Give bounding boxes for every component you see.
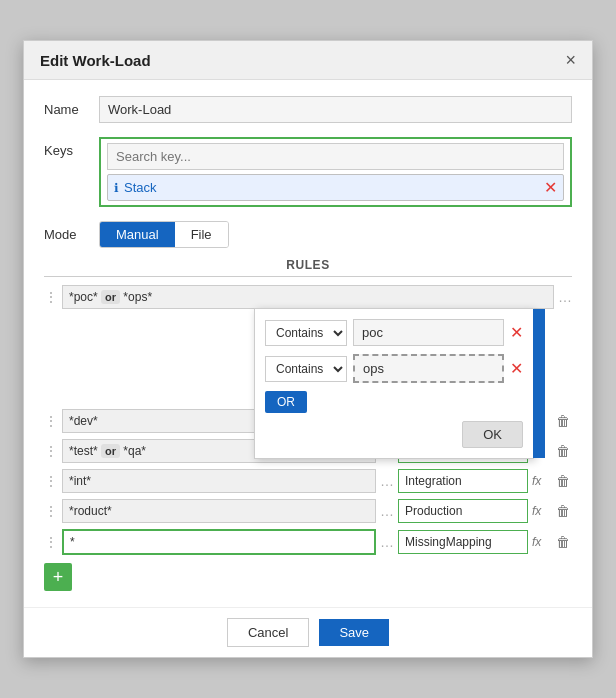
pattern-text2: *ops* [120,290,152,304]
rule-mapping-5: Production [398,499,528,523]
modal-header: Edit Work-Load × [24,41,592,80]
rule-row: ⋮ *poc* or *ops* … [44,285,572,309]
add-row: + [44,563,572,591]
modal-title: Edit Work-Load [40,52,151,69]
pattern-display-5[interactable]: *roduct* [62,499,376,523]
or-button[interactable]: OR [265,391,307,413]
rule-mapping-6 [398,530,528,554]
mapping-input-4[interactable] [398,469,528,493]
or-tag: or [101,290,120,304]
fx-icon-4[interactable]: fx [532,474,550,488]
filter-input-1[interactable] [353,319,504,346]
ok-button[interactable]: OK [462,421,523,448]
drag-handle-icon-4[interactable]: ⋮ [44,473,58,489]
filter-input-2[interactable] [353,354,504,383]
mode-label: Mode [44,227,99,242]
name-row: Name [44,96,572,123]
pattern-input-6[interactable] [62,529,376,555]
drag-handle-icon-5[interactable]: ⋮ [44,503,58,519]
filter-popup: Contains ✕ Contains ✕ OR OK [254,308,534,459]
stack-tag: ℹ Stack ✕ [107,174,564,201]
rule-more-icon-5[interactable]: … [380,503,394,519]
filter-remove-1[interactable]: ✕ [510,323,523,342]
keys-search-input[interactable] [107,143,564,170]
filter-row-2: Contains ✕ [265,354,523,383]
or-tag-3: or [101,444,120,458]
fx-icon-6[interactable]: fx [532,535,550,549]
blue-bar [533,309,545,458]
keys-label: Keys [44,137,99,158]
filter-remove-2[interactable]: ✕ [510,359,523,378]
rule-row-4: ⋮ *int* … fx 🗑 [44,469,572,493]
ok-row: OK [265,421,523,448]
name-label: Name [44,96,99,117]
pattern-display[interactable]: *poc* or *ops* [62,285,554,309]
pattern-text: *poc* [69,290,101,304]
rule-mapping-4 [398,469,528,493]
fx-icon-5[interactable]: fx [532,504,550,518]
modal-footer: Cancel Save [24,607,592,657]
tab-manual[interactable]: Manual [100,222,175,247]
rule-more-icon[interactable]: … [558,289,572,305]
rule-more-icon-4[interactable]: … [380,473,394,489]
modal-body: Name Keys ℹ Stack ✕ Mode Manual File [24,80,592,607]
rule-pattern-1: *poc* or *ops* [62,285,554,309]
pattern-text-3: *test* [69,444,101,458]
mapping-input-6[interactable] [398,530,528,554]
tag-remove-button[interactable]: ✕ [544,178,557,197]
edit-workload-modal: Edit Work-Load × Name Keys ℹ Stack ✕ M [23,40,593,658]
name-input[interactable] [99,96,572,123]
rule-pattern-6 [62,529,376,555]
rule-row-6: ⋮ … fx 🗑 [44,529,572,555]
keys-box: ℹ Stack ✕ [99,137,572,207]
filter-select-1[interactable]: Contains [265,320,347,346]
close-button[interactable]: × [565,51,576,69]
delete-rule-3[interactable]: 🗑 [554,443,572,459]
tag-label: Stack [124,180,538,195]
delete-rule-2[interactable]: 🗑 [554,413,572,429]
add-rule-button[interactable]: + [44,563,72,591]
pattern-display-4[interactable]: *int* [62,469,376,493]
info-icon: ℹ [114,181,119,195]
name-field-wrap [99,96,572,123]
delete-rule-6[interactable]: 🗑 [554,534,572,550]
rules-section: RULES ⋮ *poc* or *ops* … Contains [44,258,572,591]
keys-row: Keys ℹ Stack ✕ [44,137,572,207]
mapping-input-5[interactable]: Production [398,499,528,523]
mode-tab-group: Manual File [99,221,229,248]
drag-handle-icon-3[interactable]: ⋮ [44,443,58,459]
filter-row-1: Contains ✕ [265,319,523,346]
tab-file[interactable]: File [175,222,228,247]
delete-rule-5[interactable]: 🗑 [554,503,572,519]
drag-handle-icon[interactable]: ⋮ [44,289,58,305]
rule-more-icon-6[interactable]: … [380,534,394,550]
rules-header: RULES [44,258,572,277]
rule-pattern-4: *int* [62,469,376,493]
mode-row: Mode Manual File [44,221,572,248]
delete-rule-4[interactable]: 🗑 [554,473,572,489]
filter-select-2[interactable]: Contains [265,356,347,382]
cancel-button[interactable]: Cancel [227,618,309,647]
save-button[interactable]: Save [319,619,389,646]
rule-row-5: ⋮ *roduct* … Production fx 🗑 [44,499,572,523]
rule-pattern-5: *roduct* [62,499,376,523]
drag-handle-icon-2[interactable]: ⋮ [44,413,58,429]
pattern-text-3b: *qa* [120,444,146,458]
drag-handle-icon-6[interactable]: ⋮ [44,534,58,550]
